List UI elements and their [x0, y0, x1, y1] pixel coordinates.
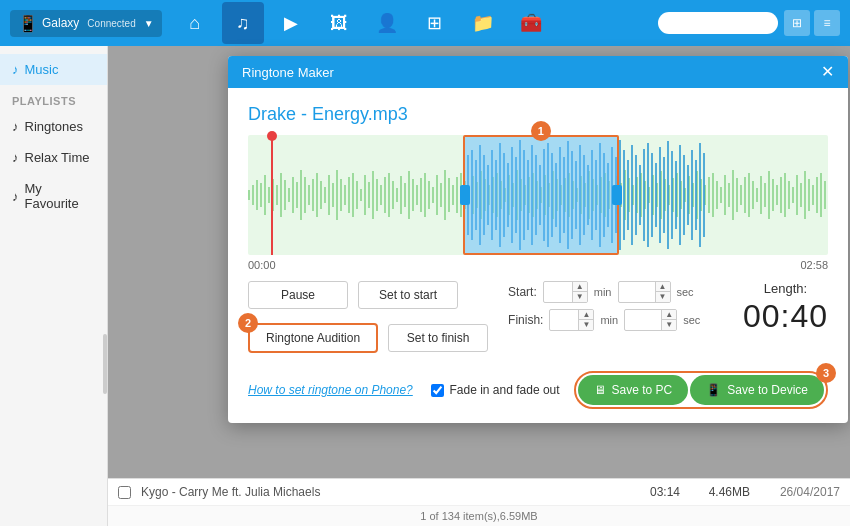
- start-min-spinbox[interactable]: 1 ▲ ▼: [543, 281, 588, 303]
- sidebar-item-favourite[interactable]: ♪ My Favourite: [0, 173, 107, 219]
- svg-rect-129: [764, 183, 766, 207]
- svg-rect-16: [312, 179, 314, 211]
- set-to-finish-button[interactable]: Set to finish: [388, 324, 488, 352]
- svg-rect-123: [740, 185, 742, 205]
- start-sec-input[interactable]: 9.1: [619, 283, 655, 301]
- modal-close-button[interactable]: ✕: [821, 64, 834, 80]
- nav-home[interactable]: ⌂: [174, 2, 216, 44]
- svg-rect-130: [768, 171, 770, 219]
- svg-rect-22: [336, 170, 338, 220]
- svg-rect-133: [780, 177, 782, 213]
- sidebar-item-music[interactable]: ♪ Music: [0, 54, 107, 85]
- nav-photo[interactable]: 🖼: [318, 2, 360, 44]
- top-nav: ⌂ ♫ ▶ 🖼 👤 ⊞ 📁 🧰: [174, 2, 650, 44]
- svg-rect-28: [360, 189, 362, 201]
- start-sec-down[interactable]: ▼: [656, 292, 670, 302]
- controls-row-2: 2 Ringtone Audition Set to finish: [248, 323, 488, 353]
- how-to-link[interactable]: How to set ringtone on Phone?: [248, 383, 413, 397]
- finish-sec-spinbox[interactable]: 49.1 ▲ ▼: [624, 309, 677, 331]
- svg-rect-135: [788, 181, 790, 209]
- list-view-button[interactable]: ≡: [814, 10, 840, 36]
- svg-rect-4: [264, 175, 266, 215]
- svg-rect-142: [816, 177, 818, 213]
- svg-rect-196: [667, 141, 669, 249]
- svg-rect-197: [671, 151, 673, 239]
- modal-title: Ringtone Maker: [242, 65, 334, 80]
- svg-rect-51: [452, 185, 454, 205]
- start-sec-up[interactable]: ▲: [656, 282, 670, 292]
- playhead[interactable]: [271, 135, 273, 255]
- nav-tools[interactable]: 🧰: [510, 2, 552, 44]
- svg-rect-48: [440, 183, 442, 207]
- finish-sec-input[interactable]: 49.1: [625, 311, 661, 329]
- sidebar-item-relax[interactable]: ♪ Relax Time: [0, 142, 107, 173]
- time-inputs: Start: 1 ▲ ▼ min 9.1: [508, 281, 717, 331]
- finish-sec-up[interactable]: ▲: [662, 310, 676, 320]
- start-sec-spinbox[interactable]: 9.1 ▲ ▼: [618, 281, 671, 303]
- nav-video[interactable]: ▶: [270, 2, 312, 44]
- length-display: Length: 00:40: [743, 281, 828, 335]
- selection-handle-left[interactable]: [460, 185, 470, 205]
- file-duration: 03:14: [630, 485, 680, 499]
- svg-rect-41: [412, 179, 414, 211]
- nav-contacts[interactable]: 👤: [366, 2, 408, 44]
- pc-icon: 🖥: [594, 383, 606, 397]
- finish-min-spinbox[interactable]: 1 ▲ ▼: [549, 309, 594, 331]
- sidebar-item-ringtones[interactable]: ♪ Ringtones: [0, 111, 107, 142]
- start-sec-unit: sec: [677, 286, 694, 298]
- svg-rect-32: [376, 179, 378, 211]
- save-to-pc-button[interactable]: 🖥 Save to PC: [578, 375, 689, 405]
- svg-rect-49: [444, 170, 446, 220]
- row-checkbox[interactable]: [118, 486, 131, 499]
- ringtone-audition-button[interactable]: Ringtone Audition: [248, 323, 378, 353]
- svg-rect-192: [651, 153, 653, 237]
- svg-rect-37: [396, 188, 398, 202]
- svg-rect-121: [732, 170, 734, 220]
- start-min-arrows: ▲ ▼: [572, 282, 587, 302]
- start-min-down[interactable]: ▼: [573, 292, 587, 302]
- finish-min-down[interactable]: ▼: [579, 320, 593, 330]
- finish-min-up[interactable]: ▲: [579, 310, 593, 320]
- svg-rect-50: [448, 178, 450, 212]
- search-input[interactable]: [658, 12, 778, 34]
- time-start-label: 00:00: [248, 259, 276, 271]
- ringtone-audition-wrap: 2 Ringtone Audition: [248, 323, 378, 353]
- phone-icon: 📱: [18, 14, 38, 33]
- svg-rect-136: [792, 187, 794, 203]
- dropdown-arrow-icon[interactable]: ▼: [144, 18, 154, 29]
- grid-view-button[interactable]: ⊞: [784, 10, 810, 36]
- fade-checkbox[interactable]: [431, 384, 444, 397]
- svg-rect-132: [776, 185, 778, 205]
- svg-rect-115: [708, 177, 710, 213]
- waveform-container[interactable]: 1: [248, 135, 828, 255]
- svg-rect-204: [699, 143, 701, 247]
- svg-rect-18: [320, 181, 322, 209]
- save-to-device-button[interactable]: 📱 Save to Device: [690, 375, 824, 405]
- nav-music[interactable]: ♫: [222, 2, 264, 44]
- nav-files[interactable]: 📁: [462, 2, 504, 44]
- selection-box[interactable]: 1: [463, 135, 620, 255]
- nav-apps[interactable]: ⊞: [414, 2, 456, 44]
- finish-sec-down[interactable]: ▼: [662, 320, 676, 330]
- svg-rect-202: [691, 150, 693, 240]
- set-to-start-button[interactable]: Set to start: [358, 281, 458, 309]
- finish-min-unit: min: [600, 314, 618, 326]
- start-min-input[interactable]: 1: [544, 283, 572, 301]
- svg-rect-45: [428, 181, 430, 209]
- start-min-up[interactable]: ▲: [573, 282, 587, 292]
- svg-rect-141: [812, 185, 814, 205]
- svg-rect-5: [268, 187, 270, 203]
- svg-rect-38: [400, 176, 402, 214]
- svg-rect-119: [724, 175, 726, 215]
- sidebar-scrollbar[interactable]: [103, 334, 107, 394]
- pause-button[interactable]: Pause: [248, 281, 348, 309]
- modal-header: Ringtone Maker ✕: [228, 56, 848, 88]
- device-name: Galaxy: [42, 16, 79, 30]
- svg-rect-24: [344, 185, 346, 205]
- svg-rect-52: [456, 177, 458, 213]
- svg-rect-127: [756, 188, 758, 202]
- selection-handle-right[interactable]: [612, 185, 622, 205]
- length-label: Length:: [743, 281, 828, 296]
- finish-min-input[interactable]: 1: [550, 311, 578, 329]
- fade-checkbox-group: Fade in and fade out: [431, 383, 559, 397]
